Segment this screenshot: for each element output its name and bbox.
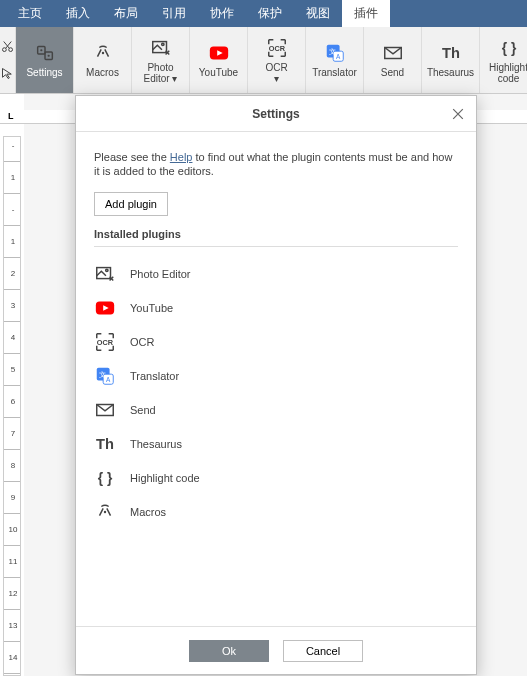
menu-tab-7[interactable]: 插件 — [342, 0, 390, 27]
cut-icon[interactable] — [0, 39, 15, 54]
plugin-row-thesaurus[interactable]: Thesaurus — [94, 427, 458, 461]
highlight-icon — [94, 467, 116, 489]
ribbon-youtube[interactable]: YouTube — [190, 27, 248, 93]
dialog-titlebar: Settings — [76, 96, 476, 132]
menu-tab-0[interactable]: 主页 — [6, 0, 54, 27]
photo-editor-icon — [150, 37, 172, 59]
plugin-row-send[interactable]: Send — [94, 393, 458, 427]
ribbon-buttons: SettingsMacrosPhotoEditor ▾YouTubeOCR▾Tr… — [16, 27, 527, 93]
dialog-intro: Please see the Help to find out what the… — [94, 150, 458, 178]
settings-icon — [34, 42, 56, 64]
menu-tab-4[interactable]: 协作 — [198, 0, 246, 27]
vertical-ruler: -1-1234567891011121314 — [3, 136, 21, 676]
plugin-label: Send — [130, 404, 156, 416]
menu-tab-6[interactable]: 视图 — [294, 0, 342, 27]
ribbon-mini-tools — [0, 27, 16, 93]
translator-icon — [94, 365, 116, 387]
plugin-row-ocr[interactable]: OCR — [94, 325, 458, 359]
ribbon-ocr[interactable]: OCR▾ — [248, 27, 306, 93]
youtube-icon — [94, 297, 116, 319]
highlight-icon — [498, 37, 520, 59]
add-plugin-button[interactable]: Add plugin — [94, 192, 168, 216]
plugin-label: Highlight code — [130, 472, 200, 484]
menu-bar: 主页插入布局引用协作保护视图插件 — [0, 0, 527, 27]
ribbon-highlight[interactable]: Highlightcode — [480, 27, 527, 93]
plugin-label: Translator — [130, 370, 179, 382]
menu-tab-5[interactable]: 保护 — [246, 0, 294, 27]
dialog-footer: Ok Cancel — [76, 626, 476, 674]
help-link[interactable]: Help — [170, 151, 193, 163]
menu-tab-2[interactable]: 布局 — [102, 0, 150, 27]
dialog-title: Settings — [252, 107, 299, 121]
ribbon-settings[interactable]: Settings — [16, 27, 74, 93]
dialog-body: Please see the Help to find out what the… — [76, 132, 476, 626]
plugin-list: Photo EditorYouTubeOCRTranslatorSendThes… — [94, 257, 458, 529]
ocr-icon — [266, 37, 288, 59]
ribbon-send[interactable]: Send — [364, 27, 422, 93]
ok-button[interactable]: Ok — [189, 640, 269, 662]
plugin-label: Photo Editor — [130, 268, 191, 280]
ribbon-translator[interactable]: Translator — [306, 27, 364, 93]
plugin-row-photo[interactable]: Photo Editor — [94, 257, 458, 291]
cancel-button[interactable]: Cancel — [283, 640, 363, 662]
send-icon — [94, 399, 116, 421]
installed-plugins-header: Installed plugins — [94, 228, 458, 247]
menu-tab-3[interactable]: 引用 — [150, 0, 198, 27]
ruler-mark: L — [8, 111, 14, 121]
youtube-icon — [208, 42, 230, 64]
photo-icon — [94, 263, 116, 285]
cursor-select-icon[interactable] — [0, 66, 15, 81]
plugin-row-macros[interactable]: Macros — [94, 495, 458, 529]
plugin-row-youtube[interactable]: YouTube — [94, 291, 458, 325]
close-icon — [450, 106, 466, 122]
translator-icon — [324, 42, 346, 64]
ribbon-photo-editor[interactable]: PhotoEditor ▾ — [132, 27, 190, 93]
plugin-label: OCR — [130, 336, 154, 348]
plugin-label: YouTube — [130, 302, 173, 314]
thesaurus-icon — [94, 433, 116, 455]
macros-icon — [94, 501, 116, 523]
settings-dialog: Settings Please see the Help to find out… — [75, 95, 477, 675]
close-button[interactable] — [450, 106, 466, 122]
plugin-row-translator[interactable]: Translator — [94, 359, 458, 393]
plugin-label: Macros — [130, 506, 166, 518]
plugin-row-highlight[interactable]: Highlight code — [94, 461, 458, 495]
plugin-label: Thesaurus — [130, 438, 182, 450]
menu-tab-1[interactable]: 插入 — [54, 0, 102, 27]
thesaurus-icon — [440, 42, 462, 64]
ribbon-macros[interactable]: Macros — [74, 27, 132, 93]
ocr-icon — [94, 331, 116, 353]
ribbon: SettingsMacrosPhotoEditor ▾YouTubeOCR▾Tr… — [0, 27, 527, 94]
ribbon-thesaurus[interactable]: Thesaurus — [422, 27, 480, 93]
send-icon — [382, 42, 404, 64]
macros-icon — [92, 42, 114, 64]
